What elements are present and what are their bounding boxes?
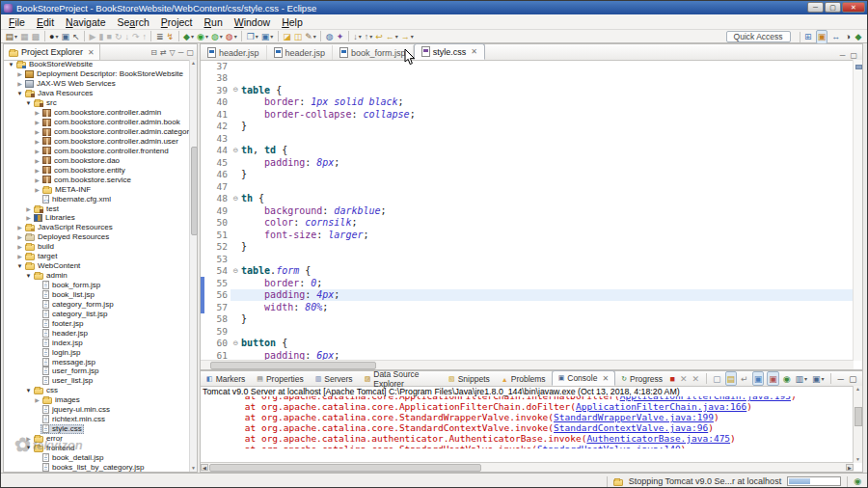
tab-console[interactable]: ▣Console✕	[552, 370, 616, 386]
dropdown-arrow-icon[interactable]: ▾	[256, 33, 258, 40]
step-return-icon[interactable]: ↑	[141, 30, 148, 42]
dropdown-arrow-icon[interactable]: ▾	[56, 33, 59, 40]
dropdown-arrow-icon[interactable]: ▾	[14, 33, 17, 40]
step-into-icon[interactable]: ↓	[123, 30, 130, 42]
collapsed-arrow-icon[interactable]: ▶	[34, 119, 41, 125]
tab-problems[interactable]: ▲Problems	[496, 372, 552, 386]
maximize-icon[interactable]: ▢	[848, 372, 858, 385]
step-over-icon[interactable]: ↷	[131, 30, 141, 42]
scroll-down-icon[interactable]: ▼	[190, 465, 197, 472]
remove-all-launches-icon[interactable]: ✕	[692, 372, 701, 385]
new-servlet-icon[interactable]: ❐▾	[246, 30, 259, 42]
debug-icon[interactable]: ◆▾	[182, 30, 195, 42]
overview-ruler[interactable]	[853, 60, 862, 361]
last-edit-location-icon[interactable]: ↩	[374, 30, 384, 42]
collapsed-arrow-icon[interactable]: ▶	[34, 128, 41, 135]
tree-item-css[interactable]: ▼css	[4, 386, 190, 395]
tree-item-build[interactable]: ▶build	[4, 242, 190, 252]
console-output[interactable]: at org.apache.catalina.core.ApplicationF…	[201, 396, 854, 448]
collapsed-arrow-icon[interactable]: ▶	[16, 233, 23, 240]
server-activity-icon[interactable]: ◉	[854, 476, 861, 486]
save-all-icon[interactable]: ▩	[31, 30, 41, 42]
project-explorer-tab[interactable]: Project Explorer ✕	[4, 44, 100, 60]
tree-item-message-jsp[interactable]: message.jsp	[4, 357, 190, 366]
tree-item-java-resources[interactable]: ▼Java Resources	[4, 89, 190, 98]
close-icon[interactable]: ✕	[471, 47, 477, 56]
tree-item-com-bookstore-dao[interactable]: ▶com.bookstore.dao	[4, 155, 190, 165]
collapsed-arrow-icon[interactable]: ▶	[34, 157, 41, 164]
menu-run[interactable]: Run	[198, 15, 228, 29]
tree-item-book-list-jsp[interactable]: book_list.jsp	[4, 290, 190, 300]
scrollbar-thumb[interactable]	[209, 464, 481, 472]
tree-item-footer-jsp[interactable]: footer.jsp	[4, 318, 190, 328]
tree-scrollbar[interactable]: ▲ ▼	[189, 60, 197, 472]
menu-edit[interactable]: Edit	[31, 15, 60, 29]
terminate-icon[interactable]: ■	[669, 372, 676, 385]
minimize-icon[interactable]: ─	[178, 48, 184, 57]
tree-item-category-list-jsp[interactable]: category_list.jsp	[4, 309, 190, 318]
run-disabled-icon[interactable]: ▶	[89, 30, 97, 42]
dropdown-arrow-icon[interactable]: ▾	[822, 375, 825, 382]
collapsed-arrow-icon[interactable]: ▶	[34, 396, 41, 403]
tree-item-libraries[interactable]: ▶Libraries	[4, 213, 190, 223]
fold-marker-icon[interactable]: ⊖	[231, 265, 241, 277]
new-web-page-icon[interactable]: ▣▾	[260, 30, 275, 42]
next-annotation-icon[interactable]: ↓▾	[352, 30, 363, 42]
tree-item-header-jsp[interactable]: header.jsp	[4, 328, 190, 338]
close-icon[interactable]: ✕	[602, 374, 609, 383]
collapsed-arrow-icon[interactable]: ▶	[34, 176, 41, 183]
open-type-icon[interactable]: ≣	[155, 30, 165, 42]
tab-servers[interactable]: ▥Servers	[310, 372, 359, 386]
open-resource-icon[interactable]: ◪	[282, 30, 292, 42]
coverage-icon[interactable]: ◍▾	[210, 30, 224, 42]
fold-marker-icon[interactable]: ⊖	[231, 338, 241, 349]
stack-trace-link[interactable]: ApplicationFilterChain.java:166	[576, 401, 746, 412]
tree-item-com-bookstore-controller-admin[interactable]: ▶com.bookstore.controller.admin	[4, 108, 190, 118]
scrollbar-thumb[interactable]	[854, 407, 862, 426]
tree-item-src[interactable]: ▼src	[4, 98, 190, 108]
fold-marker-icon[interactable]: ⊖	[231, 193, 241, 204]
menu-project[interactable]: Project	[155, 15, 199, 29]
tab-snippets[interactable]: ▧Snippets	[443, 372, 496, 386]
editor-hscrollbar[interactable]	[201, 360, 854, 369]
collapsed-arrow-icon[interactable]: ▶	[25, 214, 32, 221]
new-icon[interactable]: ▤▾	[5, 30, 19, 42]
expanded-arrow-icon[interactable]: ▼	[25, 445, 32, 450]
tree-item-style-css[interactable]: style.css	[4, 424, 190, 434]
tree-item-com-bookstore-controller-frontend[interactable]: ▶com.bookstore.controller.frontend	[4, 146, 190, 155]
profile-icon[interactable]: ◍▾	[225, 30, 238, 42]
import-files-icon[interactable]: ◫	[293, 30, 304, 42]
minimize-button[interactable]: ─	[807, 2, 824, 13]
scroll-up-icon[interactable]: ▲	[854, 386, 862, 393]
sphere-icon[interactable]: ●▾	[48, 30, 59, 42]
tab-markers[interactable]: ◧Markers	[201, 372, 251, 386]
title-bar[interactable]: BookStoreProject - BookStoreWebsite/WebC…	[1, 1, 867, 14]
remove-launch-icon[interactable]: ✕	[679, 372, 689, 385]
annotate-icon[interactable]: ✎▾	[304, 30, 317, 42]
collapsed-arrow-icon[interactable]: ▶	[34, 109, 41, 116]
tree-item-test[interactable]: ▶test	[4, 203, 190, 213]
maximize-button[interactable]: ▢	[825, 2, 841, 13]
word-wrap-icon[interactable]: ↵	[740, 372, 749, 385]
pause-icon[interactable]: ▮	[98, 30, 105, 42]
tree-item-error[interactable]: ▶error	[4, 434, 190, 444]
dropdown-arrow-icon[interactable]: ▾	[411, 33, 414, 40]
dropdown-arrow-icon[interactable]: ▾	[395, 33, 398, 40]
tree-item-login-jsp[interactable]: login.jsp	[4, 347, 190, 357]
open-console-icon[interactable]: ▣▾	[811, 372, 826, 385]
background-operation-icon[interactable]	[613, 479, 623, 486]
collapsed-arrow-icon[interactable]: ▶	[25, 205, 32, 212]
tree-item-com-bookstore-controller-admin-book[interactable]: ▶com.bookstore.controller.admin.book	[4, 118, 190, 127]
java-ee-module-icon[interactable]: ✦	[336, 30, 345, 42]
collapsed-arrow-icon[interactable]: ▶	[16, 243, 23, 250]
show-stderr-icon[interactable]: ▣	[767, 371, 779, 386]
stack-trace-link[interactable]: StandardContextValve.java:96	[554, 422, 708, 433]
external-tools-icon[interactable]: ↯	[166, 30, 176, 42]
console-hscrollbar[interactable]: ◀ ▶	[201, 462, 854, 472]
scrollbar-thumb[interactable]	[210, 362, 376, 369]
quick-access-button[interactable]: Quick Access	[726, 31, 791, 42]
debug-perspective-icon[interactable]: ◑	[844, 31, 851, 43]
run-icon[interactable]: ◉▾	[196, 30, 209, 42]
save-icon[interactable]: ▦	[19, 30, 30, 42]
fold-marker-icon[interactable]: ⊖	[231, 145, 241, 156]
